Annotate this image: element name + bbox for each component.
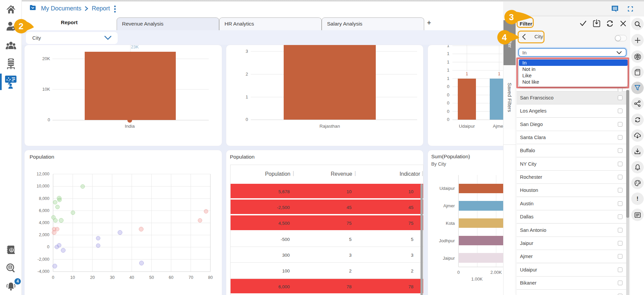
svg-text:0: 0 <box>447 117 449 122</box>
svg-text:1: 1 <box>246 94 248 99</box>
svg-text:0: 0 <box>447 109 449 114</box>
svg-text:1: 1 <box>447 68 449 73</box>
svg-text:Kota: Kota <box>446 221 455 226</box>
svg-text:India: India <box>125 124 135 129</box>
svg-text:-2,000: -2,000 <box>38 257 49 262</box>
svg-text:0: 0 <box>52 275 54 280</box>
svg-text:0: 0 <box>48 117 50 122</box>
svg-text:6,000: 6,000 <box>39 208 49 213</box>
svg-text:2: 2 <box>246 72 248 77</box>
svg-text:0: 0 <box>47 245 49 249</box>
svg-text:0: 0 <box>447 100 449 106</box>
svg-text:3: 3 <box>509 12 514 22</box>
svg-text:20K: 20K <box>42 56 50 61</box>
svg-text:1: 1 <box>498 71 500 76</box>
svg-text:1: 1 <box>447 45 449 48</box>
svg-text:10,000: 10,000 <box>37 184 49 188</box>
svg-text:1: 1 <box>466 71 468 76</box>
svg-text:1: 1 <box>447 76 449 81</box>
svg-text:40: 40 <box>129 275 134 280</box>
svg-text:20: 20 <box>90 275 95 280</box>
svg-text:1.00K: 1.00K <box>471 277 483 282</box>
svg-text:2.00K: 2.00K <box>490 270 502 275</box>
svg-text:0: 0 <box>457 270 459 275</box>
svg-text:Jaipur: Jaipur <box>443 256 455 261</box>
svg-text:Udaipur: Udaipur <box>459 124 475 129</box>
svg-text:80: 80 <box>208 275 213 280</box>
svg-text:Rajasthan: Rajasthan <box>320 124 340 129</box>
svg-text:10: 10 <box>70 275 75 280</box>
svg-text:50: 50 <box>149 275 154 280</box>
svg-text:1: 1 <box>447 59 449 65</box>
svg-text:0: 0 <box>246 117 248 122</box>
svg-text:2,000: 2,000 <box>39 233 49 237</box>
svg-text:0: 0 <box>447 92 449 97</box>
svg-text:Udaipur: Udaipur <box>439 186 455 191</box>
svg-text:4: 4 <box>502 32 507 42</box>
svg-text:0: 0 <box>447 84 449 89</box>
svg-text:4,000: 4,000 <box>39 220 49 225</box>
svg-text:70: 70 <box>189 275 193 280</box>
svg-text:8,000: 8,000 <box>39 196 49 201</box>
svg-text:1: 1 <box>447 51 449 56</box>
svg-text:60: 60 <box>169 275 173 280</box>
svg-text:Jodhpur: Jodhpur <box>439 238 455 243</box>
svg-text:23K: 23K <box>131 45 138 49</box>
svg-text:3: 3 <box>246 49 248 54</box>
svg-text:-4,000: -4,000 <box>38 269 49 274</box>
svg-text:30: 30 <box>110 275 115 280</box>
svg-text:10K: 10K <box>42 87 50 92</box>
svg-text:Ajmer: Ajmer <box>443 203 455 208</box>
svg-text:2: 2 <box>18 21 23 31</box>
svg-text:12,000: 12,000 <box>37 172 49 176</box>
